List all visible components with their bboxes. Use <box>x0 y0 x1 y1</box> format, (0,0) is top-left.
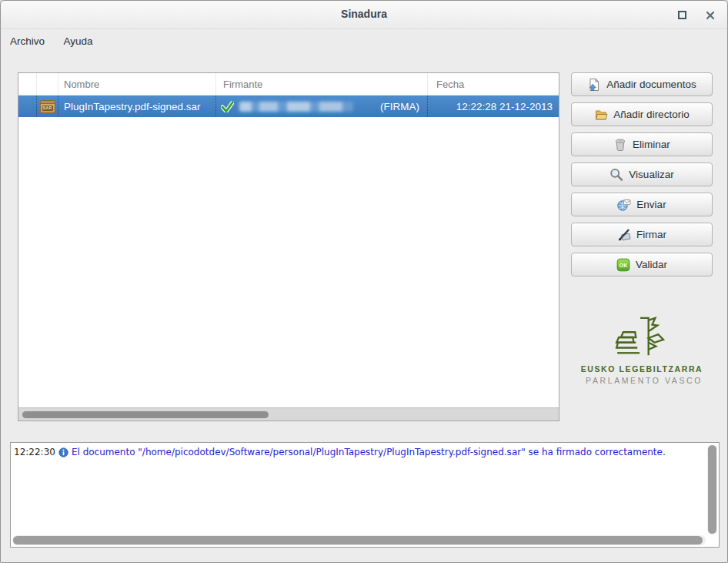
view-label: Visualizar <box>629 169 673 180</box>
maximize-button[interactable] <box>676 10 687 21</box>
row-cell-empty <box>18 96 37 117</box>
trash-icon <box>613 138 627 152</box>
header-col-fecha[interactable]: Fecha <box>428 73 559 95</box>
ok-badge: OK <box>619 261 629 268</box>
delete-label: Eliminar <box>633 139 670 150</box>
log-panel: 12:22:30 El documento "/home/picodotdev/… <box>10 442 720 548</box>
menu-bar: Archivo Ayuda <box>2 30 726 54</box>
send-icon <box>617 198 631 212</box>
send-button[interactable]: Enviar <box>571 193 713 216</box>
menu-item-archivo[interactable]: Archivo <box>2 30 52 52</box>
parliament-logo: EUSKO LEGEBILTZARRA PARLAMENTO VASCO <box>571 316 713 385</box>
log-hscroll-thumb[interactable] <box>13 536 703 545</box>
header-col-icon[interactable] <box>37 73 58 95</box>
add-directory-label: Añadir directorio <box>613 109 689 120</box>
validate-label: Validar <box>636 259 667 270</box>
log-horizontal-scrollbar[interactable] <box>12 535 706 545</box>
logo-line-1: EUSKO LEGEBILTZARRA <box>571 364 713 374</box>
log-entry: 12:22:30 El documento "/home/picodotdev/… <box>14 447 705 457</box>
header-col-nombre[interactable]: Nombre <box>58 73 216 95</box>
logo-line-2: PARLAMENTO VASCO <box>571 376 713 385</box>
table-row[interactable]: SAR PlugInTapestry.pdf-signed.sar (FIRMA… <box>18 96 559 117</box>
log-vertical-scrollbar[interactable] <box>707 444 717 535</box>
document-table: Nombre Firmante Fecha SAR PlugInTapestry… <box>18 72 559 421</box>
add-documents-label: Añadir documentos <box>606 79 696 90</box>
log-vscroll-thumb[interactable] <box>708 445 716 534</box>
info-icon <box>58 447 68 457</box>
sign-pen-icon <box>617 228 631 242</box>
view-button[interactable]: Visualizar <box>571 163 713 186</box>
green-check-icon <box>221 101 234 112</box>
table-header: Nombre Firmante Fecha <box>18 73 559 96</box>
sinadura-window: Sinadura Archivo Ayuda Nombre Firmante F… <box>0 0 728 563</box>
sar-package-icon: SAR <box>40 100 55 113</box>
validate-button[interactable]: OK Validar <box>571 253 713 276</box>
close-icon <box>705 10 716 21</box>
actions-panel: Añadir documentos Añadir directorio Elim… <box>571 72 713 283</box>
header-col-empty[interactable] <box>18 73 37 95</box>
title-bar: Sinadura <box>1 1 727 29</box>
close-button[interactable] <box>705 10 716 21</box>
add-documents-button[interactable]: Añadir documentos <box>571 72 713 96</box>
row-cell-fecha: 12:22:28 21-12-2013 <box>428 96 559 117</box>
window-title: Sinadura <box>1 8 727 20</box>
log-timestamp: 12:22:30 <box>14 447 55 457</box>
delete-button[interactable]: Eliminar <box>571 132 713 156</box>
row-cell-firmante: (FIRMA) <box>216 96 428 117</box>
log-message: El documento "/home/picodotdev/Software/… <box>72 447 666 457</box>
sign-button[interactable]: Firmar <box>571 223 713 246</box>
send-label: Enviar <box>636 199 666 210</box>
firma-label: (FIRMA) <box>380 101 427 112</box>
magnifier-icon <box>609 168 623 182</box>
table-hscroll-thumb[interactable] <box>22 411 269 418</box>
menu-item-ayuda[interactable]: Ayuda <box>55 30 100 52</box>
header-col-firmante[interactable]: Firmante <box>216 73 428 95</box>
add-directory-icon <box>594 108 608 122</box>
oak-tree-icon <box>608 316 676 359</box>
add-directory-button[interactable]: Añadir directorio <box>571 102 713 126</box>
row-cell-icon: SAR <box>37 96 58 117</box>
row-cell-nombre: PlugInTapestry.pdf-signed.sar <box>58 96 216 117</box>
validate-ok-icon: OK <box>616 258 630 272</box>
maximize-icon <box>678 11 686 19</box>
sar-badge: SAR <box>42 106 53 111</box>
add-document-icon <box>587 78 601 92</box>
redacted-signer-name <box>239 102 353 112</box>
sign-label: Firmar <box>636 229 666 240</box>
table-horizontal-scrollbar[interactable] <box>18 407 559 421</box>
